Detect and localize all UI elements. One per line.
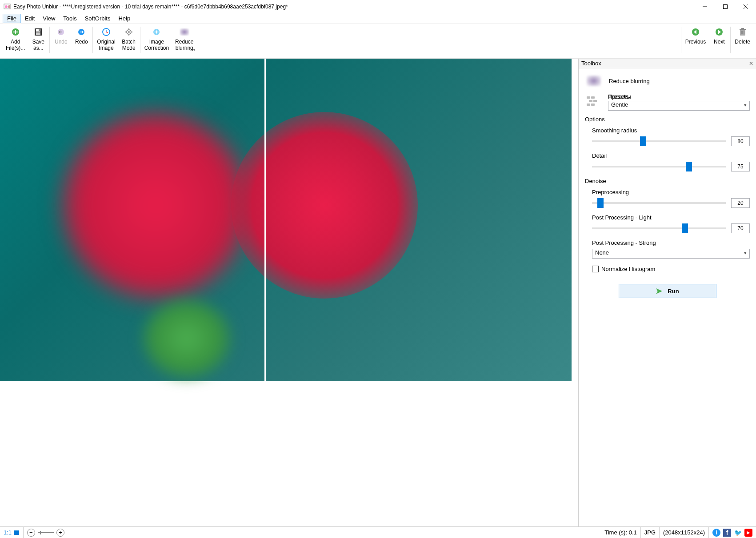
preview-image [0,59,572,381]
svg-rect-29 [741,28,744,29]
toolbox-title: Toolbox [581,60,749,67]
youtube-icon[interactable]: ▶ [744,529,752,537]
zoom-ratio: 1:1 [4,529,12,536]
svg-rect-33 [587,96,590,99]
clock-icon [102,28,111,36]
presets-select[interactable]: Gentle [608,101,750,111]
smoothing-radius-value[interactable]: 80 [731,136,750,146]
options-label: Options [585,116,750,123]
app-icon [4,3,11,10]
blur-icon [587,76,601,86]
batch-mode-button[interactable]: Batch Mode [119,25,139,53]
comparison-divider[interactable] [264,59,266,381]
toolbox-close-button[interactable]: ✕ [749,60,753,67]
menu-edit[interactable]: Edit [21,14,39,23]
save-as-button[interactable]: Save as... [28,25,48,53]
svg-rect-34 [591,96,595,99]
preprocessing-value[interactable]: 20 [731,198,750,208]
post-strong-select[interactable]: None [592,249,750,259]
menu-view[interactable]: View [39,14,59,23]
trash-icon [739,28,747,36]
zoom-slider[interactable] [38,532,54,533]
svg-rect-3 [724,5,728,9]
previous-icon [691,28,700,36]
post-light-label: Post Processing - Light [592,214,750,221]
menu-file[interactable]: File [3,14,21,23]
run-arrow-icon: ➤ [656,286,662,296]
detail-value[interactable]: 75 [731,162,750,171]
image-preview-area[interactable] [0,59,578,526]
detail-slider[interactable] [592,166,726,167]
toolbox-panel: Toolbox ✕ Reduce blurring Пресеты Preset… [578,59,756,526]
run-button[interactable]: ➤ Run [619,284,716,298]
window-title: Easy Photo Unblur - ****Unregistered ver… [13,4,695,10]
svg-rect-12 [36,32,40,35]
menu-softorbits[interactable]: SoftOrbits [81,14,115,23]
svg-rect-38 [591,104,595,106]
dropdown-arrow-icon[interactable]: ▾ [193,48,195,52]
post-light-slider[interactable] [592,227,726,229]
denoise-label: Denoise [585,178,750,184]
twitter-icon[interactable]: 🐦 [734,529,742,537]
post-light-value[interactable]: 70 [731,223,750,233]
presets-label: Пресеты Presets [608,93,750,100]
sparkle-icon [152,28,161,36]
zoom-out-button[interactable]: − [27,529,35,537]
undo-button[interactable]: Undo [51,25,71,47]
add-files-button[interactable]: Add File(s)... [3,25,28,53]
image-correction-button[interactable]: Image Correction [141,25,172,53]
smoothing-radius-label: Smoothing radius [592,127,750,134]
close-button[interactable] [736,0,756,13]
original-image-button[interactable]: Original Image [94,25,118,53]
svg-rect-39 [14,530,19,535]
toolbox-section-title: Reduce blurring [609,78,650,84]
zoom-in-button[interactable]: + [56,529,64,537]
svg-line-17 [106,32,108,33]
reduce-blurring-button[interactable]: Reduce blurring ▾ [172,25,196,53]
fit-icon[interactable] [13,530,20,535]
menu-help[interactable]: Help [114,14,134,23]
svg-point-19 [128,31,130,33]
add-icon [11,28,20,36]
svg-rect-10 [36,29,40,32]
preprocessing-slider[interactable] [592,202,726,204]
next-icon [715,28,724,36]
delete-button[interactable]: Delete [732,25,753,47]
svg-rect-36 [593,100,597,102]
minimize-button[interactable] [695,0,715,13]
undo-icon [57,28,65,36]
smoothing-radius-slider[interactable] [592,140,726,142]
menu-bar: File Edit View Tools SoftOrbits Help [0,13,756,24]
normalize-label: Normalize Histogram [601,266,655,272]
detail-label: Detail [592,152,750,159]
toolbar: Add File(s)... Save as... Undo Redo Orig… [0,24,756,59]
gear-icon [124,28,133,36]
post-strong-label: Post Processing - Strong [592,239,750,246]
previous-button[interactable]: Previous [682,25,709,47]
svg-rect-35 [589,100,592,102]
next-button[interactable]: Next [709,25,729,47]
svg-point-1 [5,5,8,8]
presets-icon [586,96,601,109]
svg-rect-28 [740,29,746,30]
blur-icon [180,28,189,36]
redo-button[interactable]: Redo [71,25,92,47]
title-bar: Easy Photo Unblur - ****Unregistered ver… [0,0,756,13]
svg-rect-37 [587,104,590,106]
status-time: Time (s): 0.1 [601,527,640,538]
redo-icon [77,28,85,36]
status-dimensions: (2048x1152x24) [660,527,709,538]
maximize-button[interactable] [715,0,736,13]
save-icon [34,28,42,36]
status-bar: 1:1 − + Time (s): 0.1 JPG (2048x1152x24)… [0,526,756,538]
status-format: JPG [641,527,660,538]
normalize-checkbox[interactable] [592,266,599,272]
info-icon[interactable]: i [712,529,720,537]
menu-tools[interactable]: Tools [59,14,80,23]
preprocessing-label: Preprocessing [592,189,750,195]
facebook-icon[interactable]: f [723,529,731,537]
svg-rect-11 [39,29,40,31]
